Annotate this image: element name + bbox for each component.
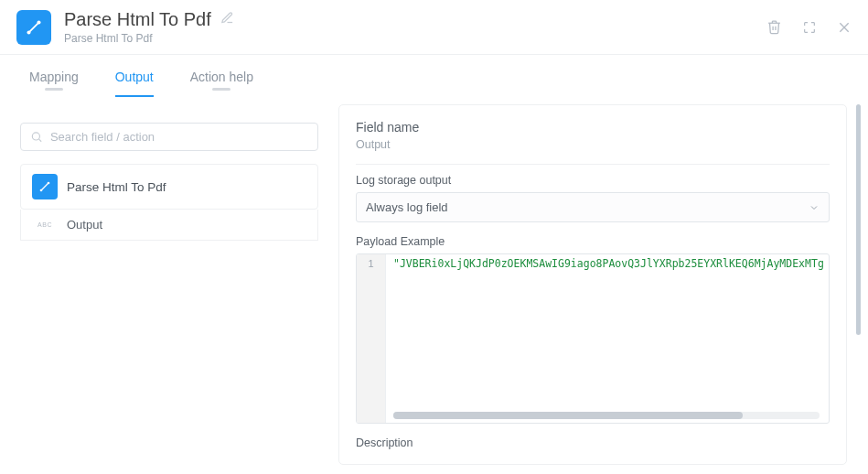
- header: Parse Html To Pdf Parse Html To Pdf: [0, 0, 868, 55]
- edit-icon[interactable]: [220, 11, 234, 28]
- page-title: Parse Html To Pdf: [64, 9, 211, 30]
- search-icon: [30, 130, 43, 144]
- select-value: Always log field: [366, 200, 448, 214]
- svg-line-2: [30, 23, 38, 30]
- tab-label: Action help: [190, 70, 253, 84]
- log-storage-select[interactable]: Always log field: [356, 192, 830, 222]
- field-name-label: Field name: [356, 120, 830, 135]
- tab-label: Mapping: [29, 70, 79, 84]
- line-number: 1: [357, 258, 385, 269]
- search-field[interactable]: [20, 123, 318, 151]
- tab-bar: Mapping Output Action help: [20, 55, 318, 106]
- chevron-down-icon: [809, 202, 820, 213]
- tab-label: Output: [115, 70, 154, 84]
- horizontal-scrollbar[interactable]: [393, 412, 820, 419]
- field-name-value: Output: [356, 138, 830, 151]
- tab-mapping[interactable]: Mapping: [29, 70, 79, 106]
- description-label: Description: [356, 436, 830, 449]
- log-storage-label: Log storage output: [356, 174, 830, 187]
- code-line: "JVBERi0xLjQKJdP0zOEKMSAwIG9iago8PAovQ3J…: [393, 257, 824, 270]
- svg-line-9: [42, 184, 48, 189]
- vertical-scrollbar[interactable]: [856, 104, 861, 335]
- tree-node-output[interactable]: ABC Output: [20, 210, 318, 241]
- tree-node-root[interactable]: Parse Html To Pdf: [20, 164, 318, 210]
- tab-action-help[interactable]: Action help: [190, 70, 253, 106]
- expand-icon[interactable]: [802, 20, 817, 35]
- payload-example-label: Payload Example: [356, 235, 830, 248]
- action-icon: [32, 174, 58, 199]
- action-icon: [16, 10, 51, 45]
- payload-code-box[interactable]: 1 "JVBERi0xLjQKJdP0zOEKMSAwIG9iago8PAovQ…: [356, 253, 830, 424]
- trash-icon[interactable]: [766, 19, 782, 35]
- type-badge-icon: ABC: [32, 221, 58, 228]
- tree-node-label: Output: [67, 218, 102, 232]
- output-tree: Parse Html To Pdf ABC Output: [20, 164, 318, 241]
- close-icon[interactable]: [837, 20, 852, 35]
- svg-point-5: [32, 133, 39, 140]
- code-gutter: 1: [357, 254, 386, 423]
- tree-node-label: Parse Html To Pdf: [67, 180, 166, 194]
- svg-line-6: [39, 139, 42, 142]
- page-subtitle: Parse Html To Pdf: [64, 32, 766, 45]
- field-detail-panel: Field name Output Log storage output Alw…: [338, 104, 847, 465]
- tab-output[interactable]: Output: [115, 70, 154, 106]
- search-input[interactable]: [50, 130, 308, 144]
